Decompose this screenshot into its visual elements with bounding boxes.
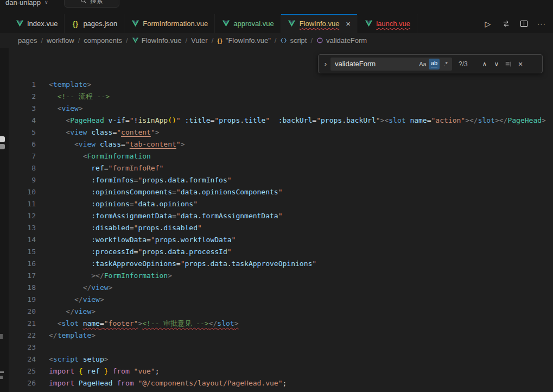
more-actions-button[interactable]: ···: [537, 19, 546, 29]
breadcrumb-components[interactable]: components: [84, 36, 122, 45]
line-text: <!-- 流程 -->: [36, 91, 110, 103]
tab-approval-vue[interactable]: approval.vue: [215, 14, 281, 33]
breadcrumb: pages/workflow/components/FlowInfo.vue/V…: [0, 33, 553, 48]
breadcrumb-vuter[interactable]: Vuter: [191, 36, 208, 45]
breadcrumb-flowinfo-vue[interactable]: FlowInfo.vue: [132, 36, 182, 45]
vue-logo-icon: [131, 20, 139, 27]
tab-forminformation-vue[interactable]: FormInformation.vue: [124, 14, 215, 33]
line-text: :opinions="data.opinions": [36, 198, 198, 210]
line-text: </view>: [36, 306, 96, 318]
breadcrumb-label: pages: [18, 36, 37, 45]
chevron-down-icon: ∨: [45, 0, 48, 5]
breadcrumb-separator: /: [126, 36, 128, 45]
breadcrumb-separator: /: [212, 36, 214, 45]
sidebar-sliver: [0, 48, 9, 392]
tab-label: FormInformation.vue: [143, 20, 208, 28]
find-input[interactable]: [330, 60, 417, 68]
method-icon: [316, 37, 323, 44]
line-text: </view>: [36, 294, 104, 306]
line-text: :disabled="props.disabled": [36, 222, 202, 234]
code-line-9[interactable]: 9 :formInfos="props.data.formInfos": [0, 174, 553, 186]
code-line-10[interactable]: 10 :opinionsComponents="data.opinionsCom…: [0, 186, 553, 198]
code-line-1[interactable]: 1<template>: [0, 79, 553, 91]
find-results-count: ?/3: [459, 60, 473, 68]
code-line-26[interactable]: 26import PageHead from "@/components/lay…: [0, 377, 553, 389]
code-area[interactable]: 1<template>2 <!-- 流程 -->3 <view>4 <PageH…: [0, 79, 553, 389]
open-changes-button[interactable]: [501, 19, 511, 29]
line-text: import PageHead from "@/components/layou…: [36, 377, 287, 389]
editor-actions: ▷···: [476, 14, 553, 33]
find-widget: › Aa ab .* ?/3 ∧ ∨ ×: [318, 54, 543, 73]
line-text: <PageHead v-if="!isInApp()" :title="prop…: [36, 115, 546, 127]
breadcrumb-label: Vuter: [191, 36, 208, 45]
code-line-17[interactable]: 17 ></FormInformation>: [0, 270, 553, 282]
code-line-14[interactable]: 14 :workflowData="props.workflowData": [0, 234, 553, 246]
breadcrumb-label: FlowInfo.vue: [142, 36, 182, 45]
code-line-24[interactable]: 24<script setup>: [0, 353, 553, 365]
editor-pane[interactable]: › Aa ab .* ?/3 ∧ ∨ × 1<template>2 <!-- 流…: [0, 48, 553, 392]
line-text: <slot name="footer"><!-- 审批意见 --></slot>: [36, 318, 238, 330]
breadcrumb-label: "FlowInfo.vue": [226, 36, 271, 45]
vue-icon: [132, 37, 139, 43]
code-line-21[interactable]: 21 <slot name="footer"><!-- 审批意见 --></sl…: [0, 318, 553, 330]
code-line-20[interactable]: 20 </view>: [0, 306, 553, 318]
close-find-button[interactable]: ×: [514, 58, 526, 70]
breadcrumb-script[interactable]: script: [280, 36, 307, 45]
code-line-2[interactable]: 2 <!-- 流程 -->: [0, 91, 553, 103]
code-line-13[interactable]: 13 :disabled="props.disabled": [0, 222, 553, 234]
find-in-selection-button[interactable]: [503, 58, 514, 70]
whole-word-button[interactable]: ab: [429, 59, 440, 69]
breadcrumb-workflow[interactable]: workflow: [47, 36, 74, 45]
code-line-19[interactable]: 19 </view>: [0, 294, 553, 306]
breadcrumb-pages[interactable]: pages: [18, 36, 37, 45]
line-text: </view>: [36, 282, 112, 294]
match-case-button[interactable]: Aa: [417, 59, 428, 69]
line-text: <view>: [36, 103, 83, 115]
breadcrumb-label: validateForm: [326, 36, 367, 45]
tab-pages-json[interactable]: {}pages.json: [65, 14, 124, 33]
line-text: :workflowData="props.workflowData": [36, 234, 236, 246]
next-match-button[interactable]: ∨: [491, 58, 503, 70]
json-braces-icon: {}: [71, 20, 80, 28]
vue-logo-icon: [15, 20, 24, 27]
code-line-25[interactable]: 25import { ref } from "vue";: [0, 365, 553, 377]
previous-match-button[interactable]: ∧: [479, 58, 491, 70]
toggle-replace-button[interactable]: ›: [321, 55, 330, 73]
code-line-15[interactable]: 15 :processId="props.data.processId": [0, 246, 553, 258]
code-line-11[interactable]: 11 :opinions="data.opinions": [0, 198, 553, 210]
code-line-7[interactable]: 7 <FormInformation: [0, 150, 553, 162]
line-text: ref="formInfoRef": [36, 162, 163, 174]
tab-bar: Index.vue{}pages.jsonFormInformation.vue…: [0, 14, 553, 33]
breadcrumb-flowinfo-vue[interactable]: {}"FlowInfo.vue": [217, 36, 271, 45]
tab-index-vue[interactable]: Index.vue: [9, 14, 65, 33]
global-search-box[interactable]: 搜索: [64, 0, 119, 8]
code-line-18[interactable]: 18 </view>: [0, 282, 553, 294]
split-editor-button[interactable]: [519, 19, 529, 29]
line-text: <script setup>: [36, 353, 109, 365]
breadcrumb-validateform[interactable]: validateForm: [316, 36, 367, 45]
tab-flowinfo-vue[interactable]: FlowInfo.vue×: [281, 14, 358, 33]
workspace-menu[interactable]: dan-uniapp ∨: [5, 0, 48, 8]
code-line-12[interactable]: 12 :formAssignmentData="data.formAssignm…: [0, 210, 553, 222]
close-tab-icon[interactable]: ×: [346, 20, 351, 28]
braces-icon: {}: [217, 37, 223, 44]
regex-button[interactable]: .*: [440, 59, 451, 69]
code-line-23[interactable]: 23: [0, 342, 553, 353]
breadcrumb-label: script: [290, 36, 307, 45]
sidebar-fragment: [0, 376, 3, 379]
search-icon: [80, 0, 87, 4]
code-line-5[interactable]: 5 <view class="content">: [0, 127, 553, 138]
code-line-8[interactable]: 8 ref="formInfoRef": [0, 162, 553, 174]
code-line-4[interactable]: 4 <PageHead v-if="!isInApp()" :title="pr…: [0, 115, 553, 127]
line-text: <template>: [36, 79, 91, 91]
line-text: :taskApproveOpinions="props.data.taskApp…: [36, 258, 316, 270]
run-button[interactable]: ▷: [483, 19, 493, 29]
line-text: import { ref } from "vue";: [36, 365, 160, 377]
code-line-16[interactable]: 16 :taskApproveOpinions="props.data.task…: [0, 258, 553, 270]
line-text: [36, 342, 49, 353]
code-line-6[interactable]: 6 <view class="tab-content">: [0, 138, 553, 150]
tab-launch-vue[interactable]: launch.vue: [358, 14, 417, 33]
code-line-22[interactable]: 22</template>: [0, 330, 553, 342]
vue-logo-icon: [288, 20, 296, 27]
code-line-3[interactable]: 3 <view>: [0, 103, 553, 115]
